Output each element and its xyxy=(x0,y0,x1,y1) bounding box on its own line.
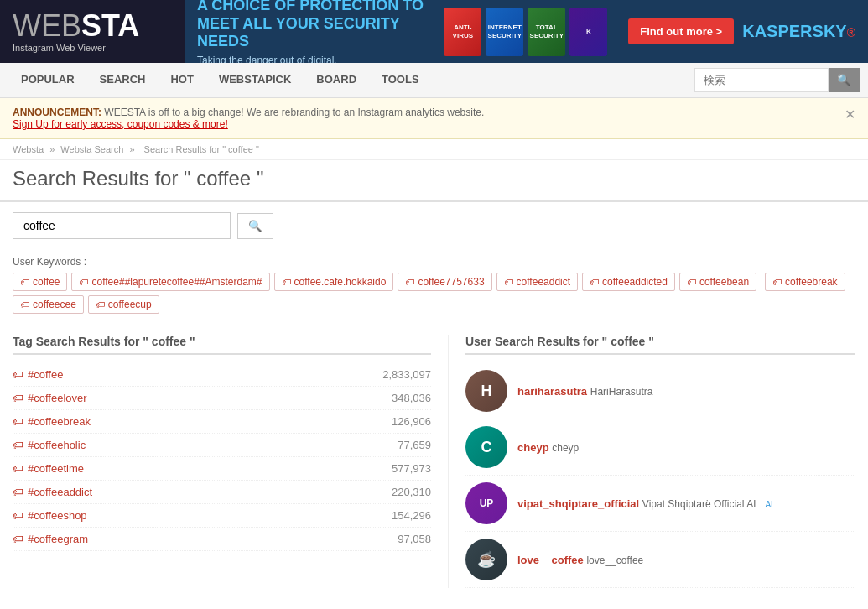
ad-title: A CHOICE OF PROTECTION TO MEET ALL YOUR … xyxy=(197,0,431,51)
user-info: vipat_shqiptare_official Vipat Shqiptarë… xyxy=(517,497,776,510)
list-item: C cheyp cheyp xyxy=(465,419,855,476)
tag-link[interactable]: 🏷#coffeelover xyxy=(13,392,87,404)
user-handle: love__coffee xyxy=(586,554,643,566)
keyword-tag[interactable]: 🏷coffee##lapuretecoffee##Amsterdam# xyxy=(71,273,269,291)
tag-results-title: Tag Search Results for " coffee " xyxy=(13,335,431,355)
breadcrumb-current: Search Results for " coffee " xyxy=(144,144,259,154)
tag-link[interactable]: 🏷#coffeeholic xyxy=(13,439,86,451)
list-item: 🏷#coffeelover 348,036 xyxy=(13,387,431,410)
avatar: H xyxy=(465,370,507,412)
list-item: 🏷#coffeegram 97,058 xyxy=(13,528,431,551)
nav-links: POPULAR SEARCH HOT WEBSTAPICK BOARD TOOL… xyxy=(8,63,694,97)
main-search-input[interactable] xyxy=(13,212,231,239)
logo: WEBSTA xyxy=(13,11,172,41)
tag-list: 🏷#coffee 2,833,097 🏷#coffeelover 348,036… xyxy=(13,363,431,551)
list-item: 🏷#coffeeshop 154,296 xyxy=(13,504,431,528)
tag-results-section: Tag Search Results for " coffee " 🏷#coff… xyxy=(13,335,449,588)
tag-count: 577,973 xyxy=(392,462,431,475)
keyword-tags: 🏷coffee 🏷coffee##lapuretecoffee##Amsterd… xyxy=(13,273,855,314)
announcement-label: ANNOUNCEMENT: xyxy=(13,107,101,118)
list-item: 🏷#coffee 2,833,097 xyxy=(13,363,431,387)
list-item: 🏷#coffeeholic 77,659 xyxy=(13,434,431,457)
username-link[interactable]: love__coffee xyxy=(517,554,584,566)
keywords-label: User Keywords : xyxy=(13,253,86,268)
username-link[interactable]: vipat_shqiptare_official xyxy=(517,497,639,510)
tag-count: 97,058 xyxy=(398,533,431,545)
keyword-tag[interactable]: 🏷coffee7757633 xyxy=(398,273,491,291)
nav-search-input[interactable] xyxy=(694,68,829,92)
username-link[interactable]: hariharasutra xyxy=(517,385,587,398)
tag-link[interactable]: 🏷#coffee xyxy=(13,368,63,381)
logo-tagline: Instagram Web Viewer xyxy=(13,43,172,53)
keywords-area: User Keywords : 🏷coffee 🏷coffee##lapuret… xyxy=(0,249,868,326)
avatar: ☕ xyxy=(465,539,507,580)
product-kaspersky: K xyxy=(569,8,607,56)
tag-link[interactable]: 🏷#coffeegram xyxy=(13,533,88,545)
list-item: H hariharasutra HariHarasutra xyxy=(465,363,855,419)
logo-area: WEBSTA Instagram Web Viewer xyxy=(0,3,185,61)
tag-link[interactable]: 🏷#coffeebreak xyxy=(13,415,91,428)
tag-count: 220,310 xyxy=(392,486,431,498)
tag-count: 126,906 xyxy=(392,415,431,428)
results-container: Tag Search Results for " coffee " 🏷#coff… xyxy=(0,326,868,596)
keyword-tag[interactable]: 🏷coffee.cafe.hokkaido xyxy=(274,273,394,291)
list-item: 🏷#coffeeaddict 220,310 xyxy=(13,481,431,504)
user-handle: HariHarasutra xyxy=(590,386,653,398)
keyword-tag[interactable]: 🏷coffeecup xyxy=(88,295,159,314)
tag-link[interactable]: 🏷#coffeeaddict xyxy=(13,486,92,498)
tag-link[interactable]: 🏷#coffeetime xyxy=(13,462,84,475)
keyword-tag[interactable]: 🏷coffeebreak xyxy=(765,273,845,291)
keyword-tag[interactable]: 🏷coffeeaddict xyxy=(496,273,579,291)
nav-search-box: 🔍 xyxy=(694,68,860,92)
keyword-tag[interactable]: 🏷coffeebean xyxy=(679,273,756,291)
nav-bar: POPULAR SEARCH HOT WEBSTAPICK BOARD TOOL… xyxy=(0,63,868,98)
product-antivirus: ANTI-VIRUS xyxy=(444,8,481,56)
kaspersky-logo: KASPERSKY® xyxy=(742,22,855,41)
list-item: 🏷#coffeebreak 126,906 xyxy=(13,410,431,434)
ad-subtitle: Taking the danger out of digital. xyxy=(197,55,431,63)
user-info: hariharasutra HariHarasutra xyxy=(517,385,652,398)
list-item: ☕ love__coffee love__coffee xyxy=(465,532,855,588)
page-title: Search Results for " coffee " xyxy=(0,160,868,202)
tag-count: 348,036 xyxy=(392,392,431,404)
user-results-section: User Search Results for " coffee " H har… xyxy=(449,335,855,588)
tag-count: 154,296 xyxy=(392,509,431,522)
tag-count: 2,833,097 xyxy=(382,368,431,381)
tag-link[interactable]: 🏷#coffeeshop xyxy=(13,509,87,522)
nav-popular[interactable]: POPULAR xyxy=(8,63,87,97)
main-search-button[interactable]: 🔍 xyxy=(237,213,273,239)
logo-web: WEB xyxy=(13,8,81,43)
user-handle: cheyp xyxy=(552,442,579,454)
nav-search-button[interactable]: 🔍 xyxy=(829,68,860,92)
username-link[interactable]: cheyp xyxy=(517,441,549,454)
announcement-link[interactable]: Sign Up for early access, coupon codes &… xyxy=(13,118,228,130)
banner: WEBSTA Instagram Web Viewer A CHOICE OF … xyxy=(0,0,868,63)
close-announcement-button[interactable]: ✕ xyxy=(845,107,855,122)
search-form: 🔍 xyxy=(0,202,868,249)
avatar: C xyxy=(465,426,507,468)
breadcrumb-search[interactable]: Websta Search xyxy=(60,144,123,154)
nav-webstapick[interactable]: WEBSTAPICK xyxy=(206,63,304,97)
ad-cta-button[interactable]: Find out more > xyxy=(628,18,734,44)
user-list: H hariharasutra HariHarasutra C cheyp ch… xyxy=(465,363,855,588)
ad-text: A CHOICE OF PROTECTION TO MEET ALL YOUR … xyxy=(197,0,431,63)
nav-tools[interactable]: TOOLS xyxy=(369,63,432,97)
nav-hot[interactable]: HOT xyxy=(158,63,205,97)
nav-search[interactable]: SEARCH xyxy=(87,63,159,97)
user-info: cheyp cheyp xyxy=(517,441,579,454)
ad-banner: A CHOICE OF PROTECTION TO MEET ALL YOUR … xyxy=(185,0,868,63)
breadcrumb-websta[interactable]: Websta xyxy=(13,144,44,154)
list-item: 🏷#coffeetime 577,973 xyxy=(13,457,431,481)
keyword-tag[interactable]: 🏷coffeecee xyxy=(13,295,84,314)
product-total: TOTALSECURITY xyxy=(528,8,565,56)
nav-board[interactable]: BOARD xyxy=(304,63,369,97)
product-internet: INTERNETSECURITY xyxy=(486,8,523,56)
verified-badge: AL xyxy=(765,500,775,509)
keyword-tag[interactable]: 🏷coffee xyxy=(13,273,67,291)
logo-sta: STA xyxy=(81,8,139,43)
tag-count: 77,659 xyxy=(398,439,431,451)
announcement-bar: ANNOUNCEMENT: WEESTA is off to a big cha… xyxy=(0,98,868,139)
announcement-text: WEESTA is off to a big change! We are re… xyxy=(104,107,484,118)
keyword-tag[interactable]: 🏷coffeeaddicted xyxy=(582,273,675,291)
user-fullname: Vipat Shqiptarë Official AL xyxy=(642,498,759,510)
